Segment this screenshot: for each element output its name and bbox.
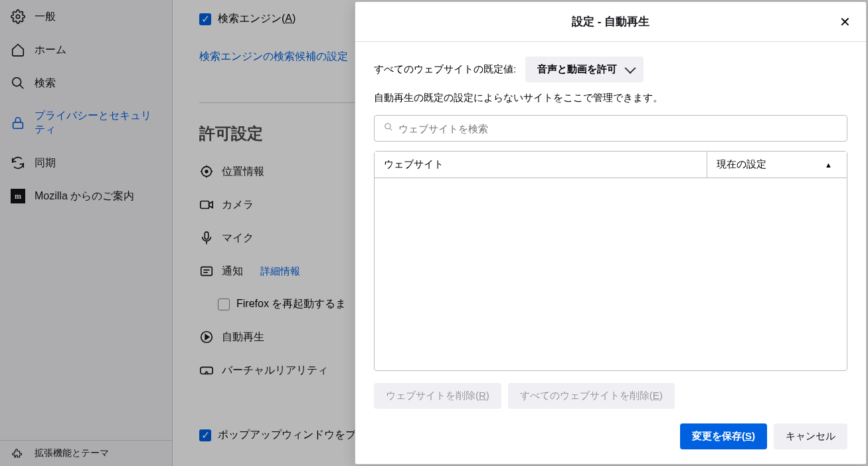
- sort-ascending-icon: ▲: [825, 161, 832, 169]
- column-status[interactable]: 現在の設定 ▲: [707, 152, 847, 177]
- remove-website-button[interactable]: ウェブサイトを削除(R): [374, 383, 501, 409]
- search-icon: [384, 122, 393, 134]
- dialog-description: 自動再生の既定の設定によらないサイトをここで管理できます。: [374, 92, 847, 104]
- cancel-button[interactable]: キャンセル: [774, 423, 847, 449]
- column-website[interactable]: ウェブサイト: [375, 152, 707, 177]
- table-header: ウェブサイト 現在の設定 ▲: [375, 152, 847, 178]
- remove-buttons-row: ウェブサイトを削除(R) すべてのウェブサイトを削除(E): [374, 383, 847, 409]
- website-search-input[interactable]: [398, 123, 837, 134]
- table-body: [375, 178, 847, 370]
- autoplay-settings-dialog: 設定 - 自動再生 ✕ すべてのウェブサイトの既定値: 音声と動画を許可 自動再…: [355, 1, 867, 465]
- default-value-row: すべてのウェブサイトの既定値: 音声と動画を許可: [374, 57, 847, 82]
- website-table: ウェブサイト 現在の設定 ▲: [374, 151, 847, 371]
- save-button[interactable]: 変更を保存(S): [680, 423, 767, 449]
- dialog-header: 設定 - 自動再生 ✕: [355, 2, 866, 42]
- dialog-footer: 変更を保存(S) キャンセル: [355, 423, 866, 464]
- close-icon[interactable]: ✕: [835, 13, 854, 31]
- website-search-box[interactable]: [374, 115, 847, 142]
- dialog-body: すべてのウェブサイトの既定値: 音声と動画を許可 自動再生の既定の設定によらない…: [355, 42, 866, 423]
- default-label: すべてのウェブサイトの既定値:: [374, 63, 516, 76]
- remove-all-websites-button[interactable]: すべてのウェブサイトを削除(E): [508, 383, 675, 409]
- dialog-title: 設定 - 自動再生: [572, 14, 650, 29]
- svg-line-21: [390, 128, 392, 131]
- svg-point-20: [385, 124, 391, 129]
- default-value-select[interactable]: 音声と動画を許可: [525, 57, 644, 82]
- select-value: 音声と動画を許可: [537, 63, 617, 74]
